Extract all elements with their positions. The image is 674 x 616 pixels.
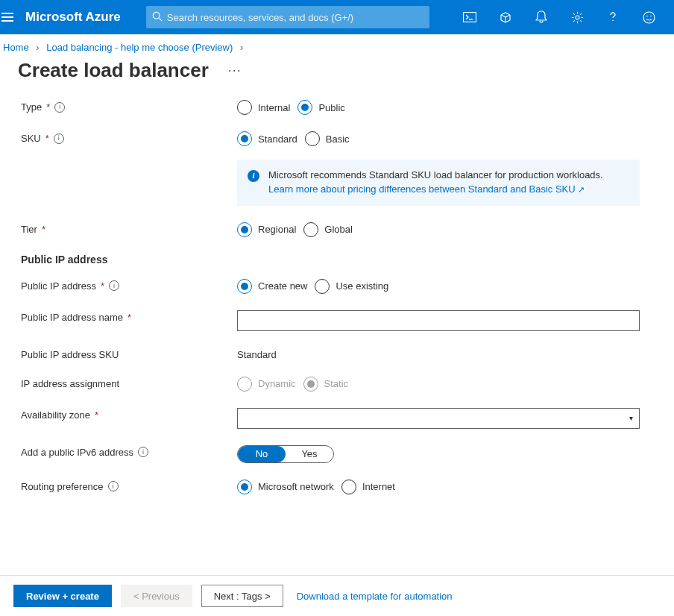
svg-line-4	[159, 18, 162, 21]
svg-rect-2	[1, 20, 13, 22]
tier-regional-radio[interactable]: Regional	[237, 222, 296, 237]
breadcrumb-home[interactable]: Home	[3, 42, 29, 53]
routing-internet-radio[interactable]: Internet	[341, 480, 395, 494]
svg-point-14	[650, 15, 652, 16]
settings-icon[interactable]	[561, 0, 593, 34]
ipv6-label: Add a public IPv6 address	[21, 447, 133, 458]
required-marker: *	[42, 224, 45, 235]
top-nav-bar: Microsoft Azure	[0, 0, 674, 34]
svg-point-12	[643, 12, 655, 23]
radio-label: Standard	[258, 133, 297, 145]
svg-point-10	[575, 15, 579, 19]
tier-label: Tier	[21, 224, 37, 235]
sku-label: SKU	[21, 133, 41, 144]
previous-button: < Previous	[121, 585, 192, 607]
next-tags-button[interactable]: Next : Tags >	[201, 585, 283, 607]
topbar-actions	[453, 0, 665, 34]
chevron-right-icon: ›	[31, 42, 43, 53]
required-marker: *	[95, 409, 98, 421]
download-template-link[interactable]: Download a template for automation	[297, 591, 453, 602]
pip-create-new-radio[interactable]: Create new	[237, 279, 307, 294]
sku-basic-radio[interactable]: Basic	[305, 131, 350, 146]
public-ip-sku-label: Public IP address SKU	[21, 349, 119, 360]
radio-label: Basic	[326, 133, 350, 145]
availability-zone-select[interactable]: ▾	[237, 408, 640, 429]
type-label: Type	[21, 101, 42, 113]
chevron-right-icon: ›	[236, 42, 248, 53]
external-link-icon: ↗	[578, 185, 585, 194]
radio-label: Microsoft network	[258, 481, 334, 492]
sku-info-text: Microsoft recommends Standard SKU load b…	[268, 169, 603, 180]
directories-icon[interactable]	[489, 0, 522, 34]
svg-point-3	[153, 12, 160, 19]
breadcrumb: Home › Load balancing - help me choose (…	[0, 34, 674, 53]
type-public-radio[interactable]: Public	[297, 100, 344, 115]
ipv6-toggle[interactable]: No Yes	[237, 445, 334, 463]
review-create-button[interactable]: Review + create	[13, 585, 112, 607]
ipv6-no-option[interactable]: No	[238, 446, 286, 462]
notifications-icon[interactable]	[525, 0, 558, 34]
wizard-footer: Review + create < Previous Next : Tags >…	[0, 575, 674, 616]
page-title: Create load balancer	[18, 59, 209, 82]
ip-assignment-label: IP address assignment	[21, 378, 119, 389]
svg-point-11	[612, 20, 614, 22]
radio-label: Regional	[258, 224, 296, 235]
radio-label: Global	[324, 224, 353, 235]
search-input[interactable]	[163, 12, 423, 23]
chevron-down-icon: ▾	[629, 414, 633, 422]
feedback-icon[interactable]	[632, 0, 665, 34]
svg-line-8	[501, 15, 506, 17]
pip-use-existing-radio[interactable]: Use existing	[315, 279, 388, 294]
radio-label: Dynamic	[258, 378, 296, 389]
radio-label: Public	[318, 102, 344, 113]
public-ip-sku-value: Standard	[237, 348, 656, 360]
create-lb-form: Type * i Internal Public SKU * i	[0, 85, 674, 494]
svg-rect-0	[1, 13, 13, 14]
ip-dynamic-radio: Dynamic	[237, 377, 296, 392]
radio-label: Create new	[258, 280, 307, 292]
info-icon: i	[248, 170, 259, 182]
ip-static-radio: Static	[303, 377, 349, 392]
public-ip-label: Public IP address	[21, 280, 96, 292]
required-marker: *	[46, 101, 50, 113]
breadcrumb-load-balancing[interactable]: Load balancing - help me choose (Preview…	[46, 42, 233, 53]
search-icon	[152, 11, 163, 24]
info-icon[interactable]: i	[108, 481, 119, 491]
info-icon[interactable]: i	[109, 280, 119, 291]
help-icon[interactable]	[596, 0, 629, 34]
ipv6-yes-option[interactable]: Yes	[286, 446, 333, 462]
radio-label: Static	[324, 378, 349, 389]
public-ip-section-heading: Public IP address	[21, 254, 656, 265]
hamburger-menu[interactable]	[0, 0, 15, 34]
radio-label: Use existing	[336, 280, 388, 292]
public-ip-name-label: Public IP address name	[21, 312, 123, 323]
svg-rect-5	[464, 13, 476, 22]
info-icon[interactable]: i	[138, 447, 148, 457]
radio-label: Internal	[258, 102, 290, 113]
svg-line-9	[506, 15, 510, 17]
required-marker: *	[127, 312, 131, 323]
svg-point-13	[646, 15, 648, 16]
info-icon[interactable]: i	[54, 102, 65, 113]
sku-pricing-link[interactable]: Learn more about pricing differences bet…	[268, 183, 585, 195]
type-internal-radio[interactable]: Internal	[237, 100, 290, 115]
routing-ms-network-radio[interactable]: Microsoft network	[237, 480, 334, 494]
svg-rect-1	[1, 16, 13, 18]
availability-zone-label: Availability zone	[21, 409, 90, 421]
tier-global-radio[interactable]: Global	[303, 222, 353, 237]
required-marker: *	[101, 280, 104, 292]
more-actions-button[interactable]: ···	[222, 60, 248, 81]
global-search[interactable]	[146, 6, 429, 28]
info-icon[interactable]: i	[54, 133, 64, 144]
sku-info-box: i Microsoft recommends Standard SKU load…	[237, 160, 640, 206]
required-marker: *	[45, 133, 49, 144]
routing-preference-label: Routing preference	[21, 481, 104, 492]
sku-standard-radio[interactable]: Standard	[237, 131, 297, 146]
public-ip-name-input[interactable]	[237, 310, 640, 331]
brand-label: Microsoft Azure	[15, 10, 139, 25]
cloud-shell-icon[interactable]	[453, 0, 486, 34]
radio-label: Internet	[362, 481, 395, 492]
